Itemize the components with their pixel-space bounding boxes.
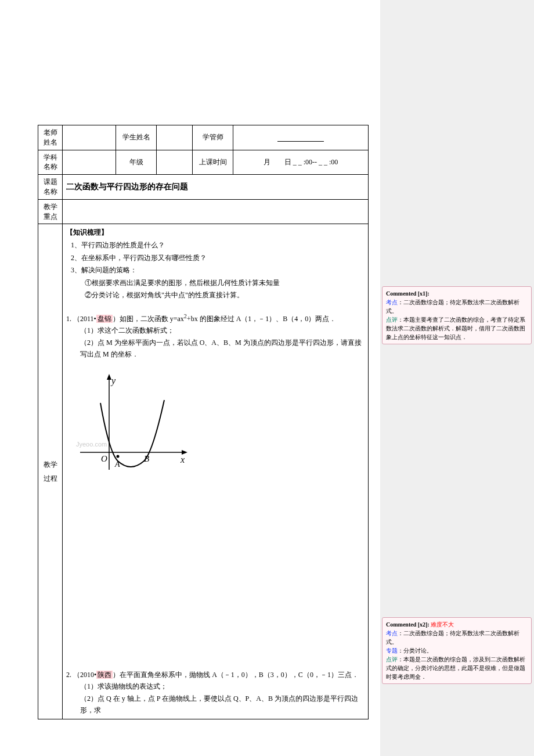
problem-1-source-prefix: （2011•	[73, 315, 96, 323]
manager-underline	[277, 134, 324, 142]
comment-1-header: Commented [x1]:	[386, 289, 528, 298]
problem-2-location: 陕西	[96, 671, 113, 679]
comment-2-kd-text: ：二次函数综合题；待定系数法求二次函数解析式。	[386, 630, 519, 645]
comment-2: Commented [x2]: 难度不大 考点：二次函数综合题；待定系数法求二次…	[382, 617, 532, 684]
graph-svg: y x O A B Jyeoo.com	[74, 371, 190, 487]
class-time-value: 月 日 _ _ :00-- _ _ :00	[233, 150, 369, 175]
point-a-dot	[117, 455, 120, 458]
header-row-2: 学科名称 年级 上课时间 月 日 _ _ :00-- _ _ :00	[38, 150, 369, 175]
comment-2-body: 考点：二次函数综合题；待定系数法求二次函数解析式。 专题：分类讨论。 点评：本题…	[386, 629, 528, 681]
content-cell: 【知识梳理】 1、平行四边形的性质是什么？ 2、在坐标系中，平行四边形又有哪些性…	[63, 224, 369, 719]
problem-1-num: 1.	[66, 315, 71, 323]
x-axis-label: x	[180, 455, 185, 465]
point-a-label: A	[114, 460, 120, 469]
problem-1-source-suffix: ）如图，二次函数 y=ax	[113, 315, 184, 323]
problem-1-stem: 1. （2011•盘锦）如图，二次函数 y=ax2+bx 的图象经过 A（1，﹣…	[66, 311, 365, 325]
comment-1-dp-text: ：本题主要考查了二次函数的综合，考查了待定系数法求二次函数的解析式．解题时，借用…	[386, 316, 525, 340]
parabola-graph: y x O A B Jyeoo.com	[74, 371, 365, 492]
lesson-plan-table: 老师姓名 学生姓名 学管师 学科名称 年级 上课时间 月 日 _ _ :00--…	[38, 125, 369, 719]
comment-2-header-line: Commented [x2]: 难度不大	[386, 620, 528, 629]
comment-1-kd-label: 考点	[386, 299, 398, 305]
graph-watermark: Jyeoo.com	[76, 441, 107, 448]
comment-2-dp-label: 点评	[386, 656, 398, 663]
problem-2: 2. （2010•陕西）在平面直角坐标系中，抛物线 A（﹣1，0），B（3，0）…	[66, 669, 365, 717]
focus-row: 教学重点	[38, 199, 369, 224]
knowledge-list: 1、平行四边形的性质是什么？ 2、在坐标系中，平行四边形又有哪些性质？ 3、解决…	[66, 239, 365, 302]
problem-2-source-suffix: ）在平面直角坐标系中，抛物线 A（﹣1，0），B（3，0），C（0，﹣1）三点．	[113, 671, 359, 679]
focus-value	[63, 199, 369, 224]
grade-value	[157, 150, 193, 175]
student-name-label: 学生姓名	[116, 125, 157, 150]
topic-row: 课题名称 二次函数与平行四边形的存在问题	[38, 175, 369, 200]
comment-1: Commented [x1]: 考点：二次函数综合题；待定系数法求二次函数解析式…	[382, 286, 532, 344]
knowledge-item-3a: ①根据要求画出满足要求的图形，然后根据几何性质计算未知量	[71, 277, 365, 290]
topic-label: 课题名称	[38, 175, 63, 200]
grade-label: 年级	[116, 150, 157, 175]
class-time-label: 上课时间	[193, 150, 233, 175]
teacher-name-value	[63, 125, 116, 150]
problem-1-part1: （1）求这个二次函数解析式；	[66, 325, 365, 336]
process-row: 教学过程 【知识梳理】 1、平行四边形的性质是什么？ 2、在坐标系中，平行四边形…	[38, 224, 369, 719]
subject-value	[63, 150, 116, 175]
manager-value	[233, 125, 369, 150]
knowledge-section: 【知识梳理】 1、平行四边形的性质是什么？ 2、在坐标系中，平行四边形又有哪些性…	[66, 226, 365, 302]
problem-2-part1: （1）求该抛物线的表达式；	[66, 681, 365, 692]
teacher-name-label: 老师姓名	[38, 125, 63, 150]
knowledge-item-3b: ②分类讨论，根据对角线"共中点"的性质直接计算。	[71, 289, 365, 302]
origin-label: O	[101, 454, 107, 463]
comment-2-header: Commented [x2]:	[386, 621, 431, 628]
point-b-label: B	[144, 454, 149, 463]
parabola-curve	[100, 400, 164, 467]
document-page: 老师姓名 学生姓名 学管师 学科名称 年级 上课时间 月 日 _ _ :00--…	[0, 0, 380, 756]
topic-value: 二次函数与平行四边形的存在问题	[63, 175, 369, 200]
comment-1-dp-label: 点评	[386, 316, 398, 323]
knowledge-item-3: 3、解决问题的策略：	[71, 264, 365, 277]
problem-2-part2: （2）点 Q 在 y 轴上，点 P 在抛物线上，要使以点 Q、P、A、B 为顶点…	[66, 693, 365, 717]
problem-1-part2: （2）点 M 为坐标平面内一点，若以点 O、A、B、M 为顶点的四边形是平行四边…	[66, 337, 365, 361]
comment-2-kd-label: 考点	[386, 630, 398, 636]
focus-label: 教学重点	[38, 199, 63, 224]
comment-1-body: 考点：二次函数综合题；待定系数法求二次函数解析式。 点评：本题主要考查了二次函数…	[386, 298, 528, 341]
problem-1-location: 盘锦	[96, 315, 113, 323]
y-axis-label: y	[110, 376, 116, 386]
knowledge-title: 【知识梳理】	[66, 226, 365, 239]
comment-2-dp-text: ：本题是二次函数的综合题，涉及到二次函数解析式的确定，分类讨论的思想，此题不是很…	[386, 656, 525, 680]
comment-2-zt-label: 专题	[386, 647, 398, 654]
process-label-text: 教学过程	[42, 458, 59, 485]
header-row-1: 老师姓名 学生姓名 学管师	[38, 125, 369, 150]
subject-label: 学科名称	[38, 150, 63, 175]
comment-2-zt-text: ：分类讨论。	[398, 647, 432, 654]
comment-1-kd-text: ：二次函数综合题；待定系数法求二次函数解析式。	[386, 299, 519, 314]
process-label: 教学过程	[38, 224, 63, 719]
student-name-value	[157, 125, 193, 150]
knowledge-item-2: 2、在坐标系中，平行四边形又有哪些性质？	[71, 252, 365, 265]
comments-sidebar: Commented [x1]: 考点：二次函数综合题；待定系数法求二次函数解析式…	[380, 0, 534, 756]
problem-1-rest: +bx 的图象经过 A（1，﹣1）、B（4，0）两点．	[187, 315, 336, 323]
comment-2-note: 难度不大	[431, 621, 454, 628]
knowledge-item-1: 1、平行四边形的性质是什么？	[71, 239, 365, 252]
y-axis-arrow	[107, 374, 111, 380]
problem-2-source-prefix: （2010•	[73, 671, 96, 679]
spacer	[66, 497, 365, 660]
problem-2-num: 2.	[66, 671, 71, 679]
manager-label: 学管师	[193, 125, 233, 150]
problem-2-stem: 2. （2010•陕西）在平面直角坐标系中，抛物线 A（﹣1，0），B（3，0）…	[66, 669, 365, 681]
problem-1: 1. （2011•盘锦）如图，二次函数 y=ax2+bx 的图象经过 A（1，﹣…	[66, 311, 365, 361]
x-axis-arrow	[182, 450, 187, 455]
